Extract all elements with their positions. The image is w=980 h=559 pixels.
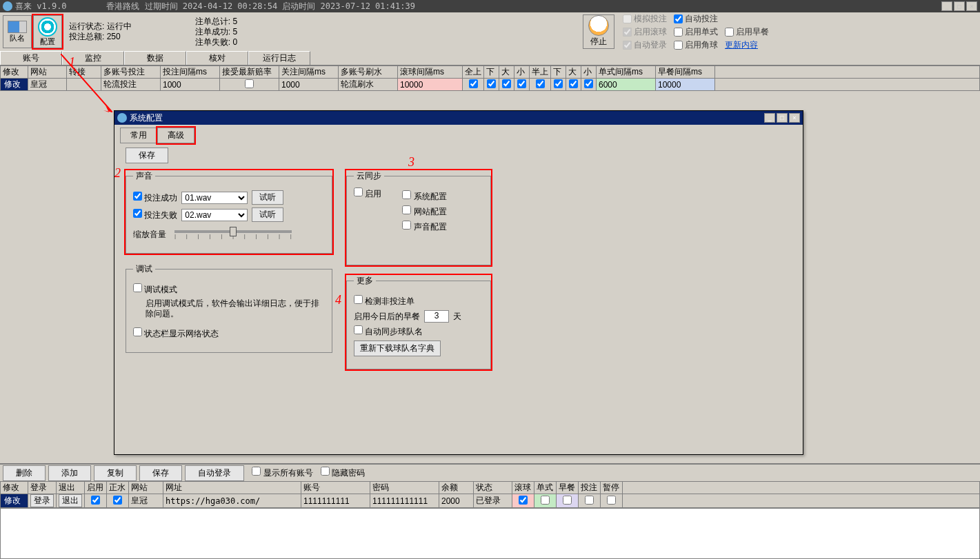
top-toolbar: 队名 配置 运行状态: 运行中 投注总额: 250 注单总计: 5 注单成功: … <box>0 12 980 51</box>
sel-sound-ok[interactable]: 01.wav <box>181 192 248 204</box>
days-spinner[interactable]: 3 <box>424 310 449 323</box>
volume-label: 缩放音量 <box>133 229 166 241</box>
cloud-group: 云同步 启用 系统配置 网站配置 声音配置 <box>346 170 491 265</box>
account-grid-blank <box>0 508 980 559</box>
main-tabs: 账号 监控 数据 核对 运行日志 <box>0 51 980 65</box>
minimize-button[interactable]: _ <box>941 1 952 11</box>
acct-login[interactable]: 登录 <box>30 494 54 507</box>
opt-single[interactable]: 启用单式 <box>674 26 718 38</box>
bottom-panel: 删除 添加 复制 保存 自动登录 显示所有账号 隐藏密码 修改登录 退出启用 正… <box>0 463 980 559</box>
chk-sound-ok[interactable]: 投注成功 <box>133 192 177 204</box>
dlg-close[interactable]: × <box>789 113 800 123</box>
route: 香港路线 <box>106 1 139 12</box>
app-icon <box>3 1 12 11</box>
opt-auto[interactable]: 自动投注 <box>674 13 718 25</box>
maximize-button[interactable]: □ <box>954 1 965 11</box>
chk-statusbar[interactable]: 状态栏显示网络状态 <box>133 327 219 340</box>
stop-button[interactable]: 停止 <box>583 14 614 49</box>
chk-cloud-enable[interactable]: 启用 <box>354 189 381 199</box>
chk-hidepw[interactable]: 隐藏密码 <box>321 467 365 479</box>
opt-sim[interactable]: 模拟投注 <box>623 13 667 25</box>
chk-cloud-site[interactable]: 网站配置 <box>402 205 446 218</box>
edit-cell[interactable]: 修改 <box>1 79 28 91</box>
dialog-title: 系统配置 <box>130 112 163 124</box>
annot-4: 4 <box>335 293 341 307</box>
chk-cloud-sys[interactable]: 系统配置 <box>402 190 446 203</box>
dialog-icon <box>117 113 127 123</box>
save-button-bottom[interactable]: 保存 <box>139 465 182 481</box>
update-link[interactable]: 更新内容 <box>725 39 769 51</box>
chk-debug-mode[interactable]: 调试模式 <box>133 283 177 296</box>
account-row[interactable]: 修改 登录 退出 皇冠 https://hga030.com/ 11111111… <box>1 494 980 508</box>
volume-slider[interactable] <box>174 230 292 233</box>
status-block: 运行状态: 运行中 投注总额: 250 <box>69 21 132 42</box>
app-version: v1.9.0 <box>37 1 66 11</box>
chk-sound-fail[interactable]: 投注失败 <box>133 209 177 221</box>
stats-block: 注单总计: 5 注单成功: 5 注单失败: 0 <box>195 17 237 48</box>
account-header: 修改登录 退出启用 正水网站 网址账号 密码余额 状态滚球 单式早餐 投注暂停 <box>1 482 980 494</box>
dialog-tabs: 常用 高级 <box>114 125 803 143</box>
team-icon <box>8 21 27 33</box>
main-grid: 修改网站 转接多账号投注 投注间隔ms接受最新赔率 关注间隔ms多账号刷水 滚球… <box>0 65 980 91</box>
grid-header: 修改网站 转接多账号投注 投注间隔ms接受最新赔率 关注间隔ms多账号刷水 滚球… <box>1 66 980 79</box>
bottom-controls: 删除 添加 复制 保存 自动登录 显示所有账号 隐藏密码 <box>0 465 980 481</box>
app-name: 喜来 <box>15 1 32 12</box>
copy-button[interactable]: 复制 <box>94 465 137 481</box>
gear-icon <box>38 17 57 37</box>
arrow-icon <box>61 54 112 112</box>
annot-2: 2 <box>114 166 121 181</box>
autologin-button[interactable]: 自动登录 <box>185 465 244 481</box>
sel-sound-fail[interactable]: 02.wav <box>181 209 248 221</box>
chk-cloud-sound[interactable]: 声音配置 <box>402 221 446 233</box>
dialog-titlebar[interactable]: 系统配置 _ □ × <box>114 111 803 125</box>
chk-autosync[interactable]: 自动同步球队名 <box>354 325 423 338</box>
opt-autologin[interactable]: 自动登录 <box>623 39 667 51</box>
accept-odds-check[interactable] <box>245 79 254 88</box>
acct-enable[interactable] <box>91 496 100 505</box>
dlg-min[interactable]: _ <box>764 113 775 123</box>
system-config-dialog: 系统配置 _ □ × 常用 高级 保存 2 声音 投注成功 01.wav 试听 <box>114 110 803 455</box>
debug-hint: 启用调试模式后，软件会输出详细日志，便于排除问题。 <box>146 298 325 319</box>
dlg-max[interactable]: □ <box>777 113 788 123</box>
try-fail-button[interactable]: 试听 <box>252 207 283 222</box>
sound-group: 声音 投注成功 01.wav 试听 投注失败 02.wav 试听 缩放音量 <box>126 170 332 254</box>
acct-positive[interactable] <box>113 496 122 505</box>
tab-account[interactable]: 账号 <box>0 51 62 65</box>
expire-time: 2024-04-12 00:28:54 <box>183 1 277 11</box>
window-buttons: _ □ × <box>941 1 977 11</box>
save-button[interactable]: 保存 <box>126 148 168 163</box>
opt-corner[interactable]: 启用角球 <box>674 39 718 51</box>
add-button[interactable]: 添加 <box>48 465 91 481</box>
redownload-button[interactable]: 重新下载球队名字典 <box>354 341 441 356</box>
expire-label: 过期时间 <box>145 1 178 12</box>
tab-log[interactable]: 运行日志 <box>248 51 310 65</box>
grid-row[interactable]: 修改 皇冠 轮流投注1000 1000轮流刷水 10000 6000 10000 <box>1 79 980 91</box>
try-ok-button[interactable]: 试听 <box>252 190 283 205</box>
debug-group: 调试 调试模式 启用调试模式后，软件会输出详细日志，便于排除问题。 状态栏显示网… <box>126 263 332 353</box>
acct-logout[interactable]: 退出 <box>59 494 82 507</box>
opt-breakfast[interactable]: 启用早餐 <box>725 26 769 38</box>
team-button[interactable]: 队名 <box>3 15 32 48</box>
delete-button[interactable]: 删除 <box>3 465 46 481</box>
start-label: 启动时间 <box>282 1 315 12</box>
config-button[interactable]: 配置 <box>33 15 62 48</box>
account-grid: 修改登录 退出启用 正水网站 网址账号 密码余额 状态滚球 单式早餐 投注暂停 … <box>0 481 980 508</box>
cat-icon <box>588 15 609 36</box>
opt-roll[interactable]: 启用滚球 <box>623 26 667 38</box>
options-grid: 模拟投注 自动投注 启用滚球 启用单式 启用早餐 自动登录 启用角球 更新内容 <box>623 13 769 51</box>
more-group: 更多 检测非投注单 启用今日后的早餐 3 天 自动同步球队名 重新下载球队名字典 <box>346 275 491 369</box>
chk-nonbet[interactable]: 检测非投注单 <box>354 295 414 307</box>
tab-verify[interactable]: 核对 <box>186 51 248 65</box>
tab-normal[interactable]: 常用 <box>120 128 157 143</box>
chk-showall[interactable]: 显示所有账号 <box>252 467 312 479</box>
close-button[interactable]: × <box>966 1 977 11</box>
titlebar: 喜来 v1.9.0 香港路线 过期时间 2024-04-12 00:28:54 … <box>0 0 980 12</box>
annot-3: 3 <box>408 155 414 170</box>
tab-data[interactable]: 数据 <box>124 51 186 65</box>
tab-advanced[interactable]: 高级 <box>157 128 194 143</box>
svg-line-0 <box>61 54 112 112</box>
acct-edit[interactable]: 修改 <box>1 494 28 508</box>
start-time: 2023-07-12 01:41:39 <box>321 1 415 11</box>
